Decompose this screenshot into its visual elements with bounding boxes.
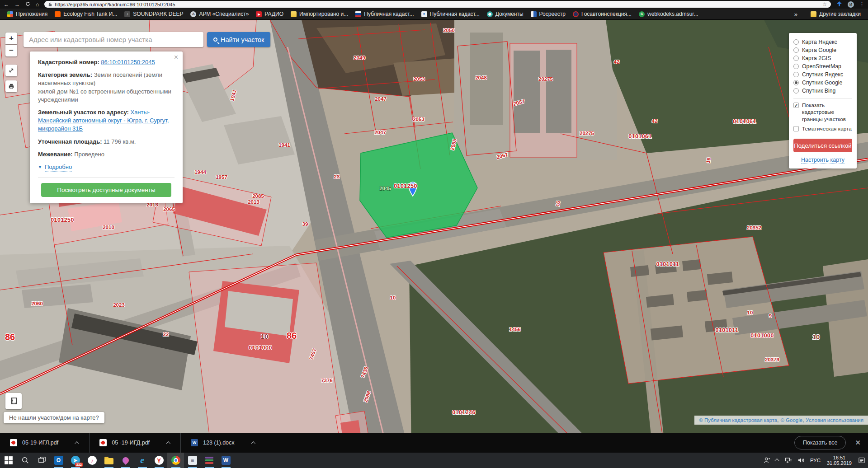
view-documents-button[interactable]: Посмотреть доступные документы — [41, 183, 171, 197]
radio-icon[interactable] — [793, 72, 799, 77]
taskbar-notepad-icon[interactable]: ≡ — [184, 453, 201, 468]
layer-option[interactable]: Спутник Bing — [793, 88, 852, 94]
layer-option-label: Спутник Google — [802, 80, 842, 86]
checkbox-icon[interactable]: ✓ — [793, 103, 799, 108]
configure-map-link[interactable]: Настроить карту — [793, 157, 852, 163]
attribution-separator: , — [802, 417, 804, 423]
bookmark-item[interactable]: Документы — [483, 10, 527, 18]
taskbar-word-icon[interactable]: W — [217, 453, 234, 468]
extension-icon[interactable] — [836, 0, 842, 9]
taskbar-search-icon[interactable] — [17, 453, 33, 468]
layer-options: Карта ЯндексКарта GoogleКарта 2GISOpenSt… — [793, 39, 852, 94]
zoom-out-button[interactable]: − — [5, 45, 17, 56]
bookmark-item[interactable]: Ecology Fish Tank И... — [51, 10, 121, 18]
taskbar-itunes-icon[interactable]: ♪ — [84, 453, 100, 468]
download-item[interactable]: 05-19-ИГЛ.pdf — [7, 439, 82, 446]
taskbar-explorer-icon[interactable] — [100, 453, 117, 468]
radio-icon[interactable] — [793, 88, 799, 94]
radio-icon[interactable] — [793, 56, 799, 61]
layer-option[interactable]: Спутник Google — [793, 80, 852, 86]
downloads-divider — [89, 433, 90, 453]
bookmark-item[interactable]: ААРМ «Специалист» — [187, 10, 252, 18]
search-input[interactable] — [24, 32, 203, 47]
taskbar-telegram-icon[interactable]: ➤332 — [67, 453, 84, 468]
clock[interactable]: 16:51 31.05.2019 — [823, 455, 855, 466]
parcel-info-row: Земельный участок по адресу: Ханты-Манси… — [38, 108, 175, 133]
close-icon[interactable]: × — [174, 54, 178, 61]
share-link-button[interactable]: Поделиться ссылкой — [793, 139, 852, 152]
download-item[interactable]: 05 -19-ИГД.pdf — [97, 439, 173, 446]
find-parcel-button[interactable]: Найти участок — [207, 32, 270, 47]
zoom-in-button[interactable]: + — [5, 33, 17, 44]
radio-icon[interactable] — [793, 80, 799, 85]
bookmark-item[interactable]: Госавтоинспекция... — [569, 10, 635, 18]
people-icon[interactable] — [760, 453, 773, 468]
fullscreen-icon[interactable] — [5, 65, 17, 76]
layer-option[interactable]: OpenStreetMap — [793, 63, 852, 70]
layer-checkbox[interactable]: Тематическая карта — [793, 126, 852, 132]
radio-icon[interactable] — [793, 39, 799, 45]
attribution-link[interactable]: © Google — [780, 417, 802, 423]
bookmark-star-icon[interactable]: ☆ — [822, 1, 827, 7]
downloads-close-icon[interactable]: ✕ — [855, 439, 861, 447]
layer-checkbox[interactable]: ✓Показать кадастровые границы участков — [793, 102, 852, 123]
taskbar-winrar-icon[interactable] — [201, 453, 217, 468]
not-found-tooltip[interactable]: Не нашли участок/дом на карте? — [4, 412, 104, 423]
language-indicator[interactable]: РУС — [807, 453, 823, 468]
attribution-link[interactable]: Условия использования — [806, 417, 863, 423]
parcel-info-row: Уточненная площадь: 11 796 кв.м. — [38, 138, 175, 146]
back-icon[interactable]: ← — [4, 2, 9, 7]
search-icon — [213, 37, 217, 42]
bookmark-item[interactable]: ●Публичная кадаст... — [418, 10, 483, 18]
taskbar-ie-icon[interactable]: e — [134, 453, 151, 468]
layer-option[interactable]: Карта Google — [793, 47, 852, 53]
chevron-up-icon[interactable] — [75, 441, 79, 445]
taskbar-outlook-icon[interactable]: O — [50, 453, 67, 468]
details-link[interactable]: Подробно — [45, 163, 72, 172]
bookmark-item[interactable]: Swebkodeks.admsur... — [635, 10, 702, 18]
bookmark-item[interactable]: Импортировано и... — [287, 10, 352, 18]
taskbar-start-icon[interactable] — [0, 453, 17, 468]
chevron-up-icon[interactable] — [166, 441, 170, 445]
bookmark-item[interactable]: ▶РАДИО — [252, 10, 287, 18]
chevron-up-icon[interactable] — [251, 441, 255, 445]
volume-icon[interactable] — [795, 453, 807, 468]
layer-option[interactable]: Спутник Яндекс — [793, 71, 852, 78]
print-icon[interactable] — [5, 80, 17, 92]
bookmark-item[interactable]: Приложения — [4, 10, 51, 18]
other-bookmarks[interactable]: Другие закладки — [807, 10, 864, 18]
info-label: Уточненная площадь: — [38, 138, 104, 145]
layer-option[interactable]: Карта 2GIS — [793, 55, 852, 61]
bookmark-item[interactable]: Росреестр — [527, 10, 569, 18]
word-file-icon: W — [191, 439, 198, 446]
download-item[interactable]: W123 (1).docx — [188, 439, 258, 446]
forward-icon[interactable]: → — [14, 2, 20, 7]
bookmark-item[interactable]: Публичная кадаст... — [352, 10, 417, 18]
clock-date: 31.05.2019 — [827, 460, 852, 466]
details-toggle[interactable]: ▼ Подробно — [38, 163, 175, 172]
radio-icon[interactable] — [793, 64, 799, 69]
layer-option[interactable]: Карта Яндекс — [793, 39, 852, 45]
bookmark-item[interactable]: ♪SOUNDPARK DEEP — [121, 10, 187, 18]
profile-avatar[interactable]: И — [848, 1, 854, 8]
reload-icon[interactable] — [25, 1, 30, 7]
hidden-icons-chevron[interactable] — [773, 453, 782, 468]
browser-menu-icon[interactable]: ⋮ — [859, 1, 864, 7]
info-link[interactable]: 86:10:0101250:2045 — [101, 59, 155, 66]
home-icon[interactable]: ⌂ — [36, 2, 39, 7]
triangle-down-icon: ▼ — [38, 164, 42, 170]
taskbar-chrome-icon[interactable] — [167, 453, 184, 468]
taskbar-yandex-browser-icon[interactable]: Y — [151, 453, 167, 468]
taskbar-maps-icon[interactable] — [117, 453, 134, 468]
show-all-downloads-button[interactable]: Показать все — [794, 436, 846, 449]
attribution-link[interactable]: © Публичная кадастровая карта — [699, 417, 777, 423]
download-filename: 05-19-ИГЛ.pdf — [22, 440, 58, 446]
network-icon[interactable] — [782, 453, 795, 468]
checkbox-icon[interactable] — [793, 126, 799, 131]
taskbar-task-view-icon[interactable] — [33, 453, 50, 468]
address-bar[interactable]: https://egrp365.ru/map/?kadnum=86:10:010… — [44, 1, 831, 8]
radio-icon[interactable] — [793, 47, 799, 53]
bookmarks-overflow-icon[interactable]: » — [791, 11, 801, 18]
action-center-icon[interactable] — [855, 453, 868, 468]
measure-tool-icon[interactable] — [5, 393, 22, 409]
